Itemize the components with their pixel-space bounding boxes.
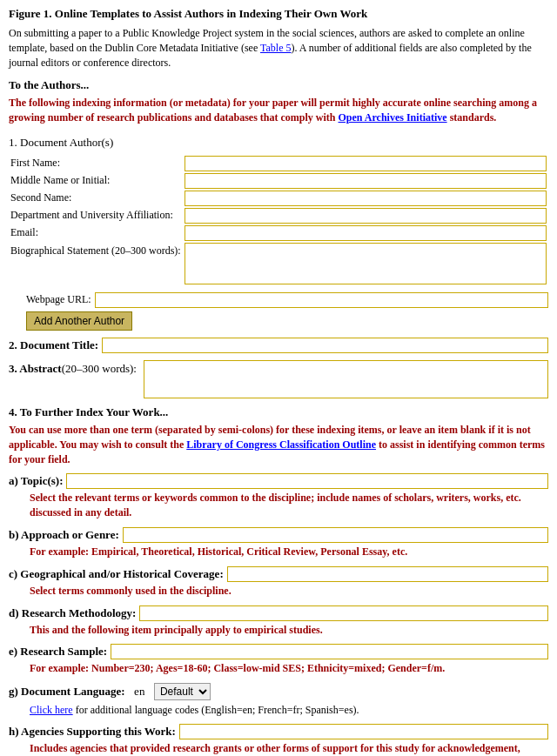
second-name-input[interactable] bbox=[185, 191, 547, 206]
approach-desc: For example: Empirical, Theoretical, His… bbox=[30, 545, 548, 559]
add-author-div: Add Another Author bbox=[9, 308, 548, 331]
language-select[interactable]: Default en fr es bbox=[154, 683, 211, 700]
second-name-label: Second Name: bbox=[9, 190, 183, 207]
affiliation-row: Department and University Affiliation: bbox=[9, 207, 548, 224]
first-name-cell bbox=[183, 155, 548, 172]
section3-row: 3. Abstract(20–300 words): bbox=[9, 360, 548, 398]
subsection-d: d) Research Methodology: This and the fo… bbox=[9, 605, 548, 638]
subsection-g: g) Document Language: en Default en fr e… bbox=[9, 683, 548, 717]
to-authors-desc-post: standards. bbox=[447, 111, 497, 124]
oai-link[interactable]: Open Archives Initiative bbox=[339, 111, 447, 124]
title-input[interactable] bbox=[102, 338, 548, 353]
language-desc: Click here for additional language codes… bbox=[30, 704, 548, 717]
first-name-input[interactable] bbox=[185, 156, 547, 171]
middle-name-input[interactable] bbox=[185, 173, 547, 189]
agencies-desc: Includes agencies that provided research… bbox=[30, 741, 548, 756]
section2-header: 2. Document Title: bbox=[9, 338, 98, 352]
sample-label: e) Research Sample: bbox=[9, 645, 107, 659]
email-row: Email: bbox=[9, 224, 548, 242]
email-cell bbox=[183, 224, 548, 242]
geo-row: c) Geographical and/or Historical Covera… bbox=[9, 566, 548, 582]
section4-desc: You can use more than one term (separate… bbox=[9, 423, 548, 466]
webpage-row: Webpage URL: bbox=[9, 292, 548, 308]
author-fields-table: First Name: Middle Name or Initial: Seco… bbox=[9, 155, 548, 289]
geo-desc: Select terms commonly used in the discip… bbox=[30, 584, 548, 599]
section4: 4. To Further Index Your Work... You can… bbox=[9, 405, 548, 756]
section2-row: 2. Document Title: bbox=[9, 338, 548, 353]
section1: 1. Document Author(s) First Name: Middle… bbox=[9, 136, 548, 331]
section4-header: 4. To Further Index Your Work... bbox=[9, 405, 548, 419]
bio-textarea[interactable] bbox=[185, 243, 547, 284]
table5-link[interactable]: Table 5 bbox=[260, 42, 291, 54]
methodology-row: d) Research Methodology: bbox=[9, 605, 548, 621]
section2: 2. Document Title: bbox=[9, 338, 548, 353]
middle-name-row: Middle Name or Initial: bbox=[9, 172, 548, 190]
second-name-row: Second Name: bbox=[9, 190, 548, 207]
bio-label: Biographical Statement (20–300 words): bbox=[9, 242, 183, 289]
abstract-textarea[interactable] bbox=[144, 360, 548, 398]
approach-row: b) Approach or Genre: bbox=[9, 527, 548, 543]
figure-title: Figure 1. Online Templates to Assist Aut… bbox=[9, 7, 548, 21]
to-authors-section: To the Authors... The following indexing… bbox=[9, 78, 548, 125]
webpage-input[interactable] bbox=[95, 292, 548, 308]
affiliation-input[interactable] bbox=[185, 208, 547, 224]
section3: 3. Abstract(20–300 words): bbox=[9, 360, 548, 398]
methodology-label: d) Research Methodology: bbox=[9, 606, 136, 620]
affiliation-label: Department and University Affiliation: bbox=[9, 207, 183, 224]
language-row: g) Document Language: en Default en fr e… bbox=[9, 683, 548, 700]
first-name-label: First Name: bbox=[9, 155, 183, 172]
methodology-input[interactable] bbox=[139, 605, 548, 621]
section1-header: 1. Document Author(s) bbox=[9, 136, 548, 150]
topic-input[interactable] bbox=[66, 473, 548, 489]
agencies-input[interactable] bbox=[179, 724, 548, 739]
sample-input[interactable] bbox=[111, 644, 548, 659]
subsection-a: a) Topic(s): Select the relevant terms o… bbox=[9, 473, 548, 520]
sample-row: e) Research Sample: bbox=[9, 644, 548, 659]
affiliation-cell bbox=[183, 207, 548, 224]
topic-label: a) Topic(s): bbox=[9, 474, 63, 488]
sample-desc: For example: Number=230; Ages=18-60; Cla… bbox=[30, 661, 548, 676]
first-name-row: First Name: bbox=[9, 155, 548, 172]
approach-label: b) Approach or Genre: bbox=[9, 528, 119, 542]
to-authors-desc: The following indexing information (or m… bbox=[9, 96, 548, 125]
section3-header: 3. Abstract(20–300 words): bbox=[9, 360, 140, 376]
email-input[interactable] bbox=[185, 225, 547, 241]
subsection-b: b) Approach or Genre: For example: Empir… bbox=[9, 527, 548, 559]
subsection-e: e) Research Sample: For example: Number=… bbox=[9, 644, 548, 676]
email-label: Email: bbox=[9, 224, 183, 242]
topic-desc: Select the relevant terms or keywords co… bbox=[30, 491, 548, 520]
loc-link[interactable]: Library of Congress Classification Outli… bbox=[186, 438, 376, 451]
bio-cell bbox=[183, 242, 548, 289]
to-authors-header: To the Authors... bbox=[9, 78, 548, 92]
second-name-cell bbox=[183, 190, 548, 207]
middle-name-label: Middle Name or Initial: bbox=[9, 172, 183, 190]
bio-row: Biographical Statement (20–300 words): bbox=[9, 242, 548, 289]
subsection-h: h) Agencies Supporting this Work: Includ… bbox=[9, 724, 548, 756]
add-author-button[interactable]: Add Another Author bbox=[26, 311, 132, 331]
subsection-c: c) Geographical and/or Historical Covera… bbox=[9, 566, 548, 599]
webpage-label: Webpage URL: bbox=[9, 293, 91, 306]
approach-input[interactable] bbox=[123, 527, 548, 543]
agencies-row: h) Agencies Supporting this Work: bbox=[9, 724, 548, 739]
intro-text: On submitting a paper to a Public Knowle… bbox=[9, 26, 548, 70]
middle-name-cell bbox=[183, 172, 548, 190]
topic-row: a) Topic(s): bbox=[9, 473, 548, 489]
geo-input[interactable] bbox=[227, 566, 548, 582]
methodology-desc: This and the following item principally … bbox=[30, 623, 548, 638]
agencies-label: h) Agencies Supporting this Work: bbox=[9, 725, 176, 739]
geo-label: c) Geographical and/or Historical Covera… bbox=[9, 567, 224, 581]
language-label: g) Document Language: en bbox=[9, 685, 151, 699]
lang-codes-link[interactable]: Click here bbox=[30, 704, 73, 716]
